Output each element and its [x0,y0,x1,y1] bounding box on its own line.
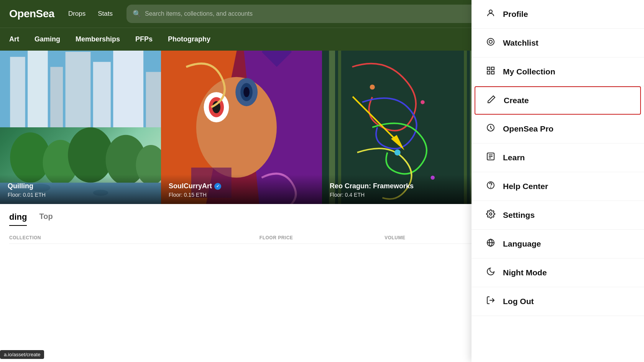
language-label: Language [503,239,541,248]
create-icon [486,95,497,106]
svg-point-63 [490,213,492,215]
svg-rect-6 [113,51,143,127]
dropdown-help-center[interactable]: Help Center [472,172,644,201]
settings-label: Settings [503,211,535,220]
log-out-icon [485,296,496,307]
dropdown-language[interactable]: Language [472,230,644,258]
watchlist-icon [485,37,496,49]
dropdown-my-collection[interactable]: My Collection [472,58,644,86]
card-overlay-reo: Reo Cragun: Frameworks Floor: 0.4 ETH [322,174,483,204]
svg-rect-1 [10,57,25,127]
svg-rect-53 [491,67,494,70]
my-collection-label: My Collection [503,67,555,76]
svg-point-37 [394,150,401,156]
nft-card-soulcurry[interactable]: SoulCurryArt ✓ Floor: 0.15 ETH [161,51,322,204]
dropdown-opensea-pro[interactable]: OpenSea Pro [472,115,644,143]
dropdown-learn[interactable]: Learn [472,143,644,172]
svg-point-36 [421,100,425,104]
help-center-icon [485,181,496,192]
svg-rect-52 [487,67,490,70]
svg-point-49 [489,10,492,13]
opensea-pro-icon [485,123,496,135]
svg-rect-4 [66,52,91,127]
logo[interactable]: OpenSea [9,8,54,20]
category-photography[interactable]: Photography [168,34,210,45]
learn-icon [485,152,496,163]
night-mode-icon [485,267,496,278]
profile-icon [485,8,496,20]
tab-trending-label: ding [9,212,27,222]
dropdown-watchlist[interactable]: Watchlist [472,29,644,58]
create-label: Create [504,96,529,105]
language-icon [485,238,496,250]
svg-rect-7 [146,72,161,127]
svg-rect-54 [487,71,490,74]
profile-label: Profile [503,10,528,19]
log-out-label: Log Out [503,297,534,306]
tab-trending[interactable]: ding [9,212,27,226]
category-memberships[interactable]: Memberships [76,34,120,45]
settings-icon [485,209,496,221]
learn-label: Learn [503,153,525,162]
nav-drops[interactable]: Drops [64,7,90,21]
svg-point-50 [487,38,494,45]
card-title-soulcurry: SoulCurryArt ✓ [169,182,314,190]
category-pfps[interactable]: PFPs [135,34,153,45]
nft-card-quilling[interactable]: Quilling Floor: 0.01 ETH [0,51,161,204]
svg-point-62 [491,187,491,188]
card-floor-reo: Floor: 0.4 ETH [330,192,475,198]
svg-point-35 [370,84,375,89]
url-bar: a.io/asset/create [0,350,44,359]
night-mode-label: Night Mode [503,268,547,277]
tab-top[interactable]: Top [39,212,53,226]
nav-links: Drops Stats [64,7,117,21]
category-gaming[interactable]: Gaming [34,34,60,45]
card-title-quilling: Quilling [8,182,153,190]
tabs: ding Top [9,212,53,226]
search-icon: 🔍 [133,10,141,18]
svg-rect-5 [93,62,111,127]
dropdown-settings[interactable]: Settings [472,201,644,230]
card-overlay-quilling: Quilling Floor: 0.01 ETH [0,174,161,204]
th-collection: COLLECTION [9,235,260,240]
dropdown-create[interactable]: Create [475,86,641,115]
svg-point-25 [243,87,250,97]
th-floor-price: FLOOR PRICE [260,235,384,240]
opensea-pro-label: OpenSea Pro [503,124,554,133]
nft-card-reo[interactable]: Reo Cragun: Frameworks Floor: 0.4 ETH [322,51,483,204]
card-floor-soulcurry: Floor: 0.15 ETH [169,192,314,198]
category-art[interactable]: Art [9,34,19,45]
card-title-reo: Reo Cragun: Frameworks [330,182,475,190]
dropdown-night-mode[interactable]: Night Mode [472,258,644,287]
dropdown-log-out[interactable]: Log Out [472,287,644,316]
svg-rect-2 [28,51,48,127]
url-text: a.io/asset/create [4,352,40,357]
svg-rect-55 [491,71,494,74]
card-overlay-soulcurry: SoulCurryArt ✓ Floor: 0.15 ETH [161,174,322,204]
help-center-label: Help Center [503,182,548,191]
svg-rect-3 [50,67,63,128]
my-collection-icon [485,66,496,77]
verified-badge-soulcurry: ✓ [214,183,221,190]
svg-point-51 [489,40,492,43]
dropdown-menu: Profile Watchlist My Collection Cre [472,0,644,362]
dropdown-profile[interactable]: Profile [472,0,644,29]
nav-stats[interactable]: Stats [93,7,117,21]
watchlist-label: Watchlist [503,38,539,48]
card-floor-quilling: Floor: 0.01 ETH [8,192,153,198]
